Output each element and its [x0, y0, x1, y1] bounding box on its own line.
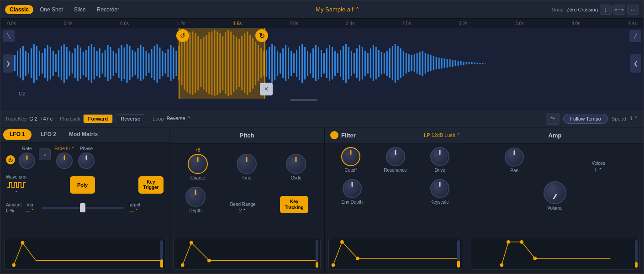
fine-label: Fine	[243, 175, 251, 180]
waveform-canvas: ↺ ↻ ✕ ❯ ❮ ╲ ╱ G2	[0, 28, 644, 99]
amount-value: 0 %	[6, 208, 14, 213]
amp-controls: Pan Voices 1 ⌃ Volume	[466, 144, 644, 238]
waveform-selector[interactable]: Waveform ⌃	[6, 174, 26, 195]
pitch-row2: Depth Bend Range 2 ⌃ KeyTracking	[175, 187, 319, 213]
end-marker[interactable]: ╱	[629, 30, 641, 42]
fade-label: Fade In	[54, 146, 70, 151]
svg-rect-152	[430, 55, 432, 71]
svg-rect-106	[304, 47, 306, 79]
tab-lfo2[interactable]: LFO 2	[34, 129, 63, 140]
note-mode-btn[interactable]: ♪	[39, 148, 51, 160]
filter-env-bar[interactable]	[457, 240, 460, 268]
svg-rect-117	[334, 51, 336, 76]
amp-env-bar[interactable]	[635, 240, 638, 268]
bend-value[interactable]: 2 ⌃	[239, 208, 247, 213]
fine-knob[interactable]	[237, 154, 257, 174]
svg-rect-28	[91, 44, 92, 83]
pitch-env-bar[interactable]	[316, 240, 318, 268]
bend-range-group: Bend Range 2 ⌃	[230, 202, 256, 213]
phase-knob[interactable]	[78, 153, 95, 169]
speed-value[interactable]: 1 ⌃	[630, 116, 638, 121]
depth-knob[interactable]	[185, 187, 206, 207]
mode-recorder-btn[interactable]: Recorder	[92, 5, 124, 14]
svg-rect-19	[66, 47, 68, 79]
selection-region[interactable]	[179, 28, 265, 99]
fade-knob[interactable]	[56, 153, 73, 169]
loop-start-handle[interactable]: ↺	[176, 29, 189, 42]
svg-point-180	[356, 257, 359, 260]
target-value[interactable]: — ⌃	[129, 208, 138, 213]
svg-rect-46	[140, 45, 142, 81]
svg-point-178	[332, 263, 335, 267]
lfo-env-bar[interactable]	[160, 240, 163, 268]
svg-rect-42	[129, 46, 131, 80]
resonance-group: Resonance	[384, 147, 407, 173]
slider-thumb[interactable]	[80, 203, 85, 212]
tab-lfo1[interactable]: LFO 1	[3, 129, 32, 140]
fit-btn[interactable]: ↕	[600, 5, 612, 15]
filter-header: Filter LP 12dB Lush ⌃	[325, 127, 466, 143]
tab-mod-matrix[interactable]: Mod Matrix	[63, 129, 104, 140]
glide-knob[interactable]	[286, 154, 306, 174]
filter-power-btn[interactable]	[330, 131, 338, 139]
voices-value[interactable]: 1 ⌃	[595, 167, 602, 173]
mode-oneshot-btn[interactable]: One Shot	[35, 5, 68, 14]
via-value[interactable]: — ⌃	[25, 208, 34, 213]
waveform-display-btn[interactable]: 〜	[546, 113, 560, 125]
phase-group: Phase	[78, 146, 95, 169]
svg-rect-158	[447, 59, 448, 68]
lfo-row1: ⏻ Rate ♪ Fade In ⌃ Phase	[6, 146, 164, 169]
close-marker[interactable]: ✕	[260, 83, 273, 95]
pan-knob[interactable]	[505, 148, 524, 167]
lfo-env-svg	[5, 238, 165, 269]
lfo-power-btn[interactable]: ⏻	[6, 155, 15, 164]
filter-type-selector[interactable]: LP 12dB Lush ⌃	[424, 132, 460, 138]
start-marker[interactable]: ╲	[3, 30, 15, 42]
reverse-btn[interactable]: Reverse	[116, 114, 145, 123]
svg-rect-36	[113, 51, 114, 76]
svg-rect-141	[400, 48, 401, 78]
key-trigger-btn[interactable]: KeyTrigger	[138, 176, 164, 194]
scroll-thumb[interactable]	[290, 99, 317, 101]
snap-value[interactable]: Zero Crossing	[566, 7, 598, 12]
forward-btn[interactable]: Forward	[83, 114, 113, 123]
key-tracking-btn[interactable]: KeyTracking	[280, 196, 308, 213]
cutoff-knob[interactable]	[341, 147, 360, 166]
svg-rect-122	[348, 47, 349, 79]
env-depth-knob[interactable]	[343, 179, 362, 198]
volume-knob[interactable]	[544, 181, 566, 204]
poly-btn[interactable]: Poly	[70, 176, 95, 194]
keyscale-knob[interactable]	[430, 179, 449, 198]
svg-rect-134	[381, 52, 382, 74]
rate-knob[interactable]	[19, 153, 35, 169]
snap-area: Snap Zero Crossing	[552, 7, 598, 12]
root-key-cents: +47 c	[40, 116, 53, 121]
resonance-knob[interactable]	[386, 147, 405, 166]
zoom-btn[interactable]: ⟷	[613, 5, 625, 15]
lfo-tabs: LFO 1 LFO 2 Mod Matrix	[0, 127, 169, 142]
timeline-ruler: 0.0s 0.4s 0.8s 1.2s 1.6s 2.0s 2.4s 2.8s …	[0, 19, 644, 28]
mode-slice-btn[interactable]: Slice	[69, 5, 90, 14]
svg-rect-5	[28, 53, 29, 74]
svg-rect-167	[471, 62, 473, 64]
glide-label: Glide	[290, 175, 301, 180]
svg-rect-44	[135, 52, 136, 75]
loop-value[interactable]: Reverse ⌃	[167, 116, 191, 121]
amount-slider[interactable]	[42, 203, 124, 212]
coarse-label: Coarse	[190, 175, 205, 180]
mode-classic-btn[interactable]: Classic	[5, 5, 33, 14]
svg-rect-103	[296, 50, 297, 77]
speed-label: Speed	[612, 116, 626, 121]
more-btn[interactable]: ···	[627, 5, 639, 15]
drive-knob[interactable]	[430, 147, 449, 166]
svg-rect-29	[94, 47, 95, 79]
svg-rect-11	[44, 48, 46, 78]
root-key-note: G 2	[29, 116, 37, 121]
svg-rect-126	[359, 45, 360, 81]
svg-rect-125	[356, 48, 358, 78]
nav-left-btn[interactable]: ❯	[3, 54, 14, 73]
follow-tempo-btn[interactable]: Follow Tempo	[563, 114, 608, 124]
loop-end-handle[interactable]: ↻	[255, 29, 268, 42]
coarse-knob[interactable]	[188, 154, 208, 174]
nav-right-btn[interactable]: ❮	[630, 54, 641, 73]
